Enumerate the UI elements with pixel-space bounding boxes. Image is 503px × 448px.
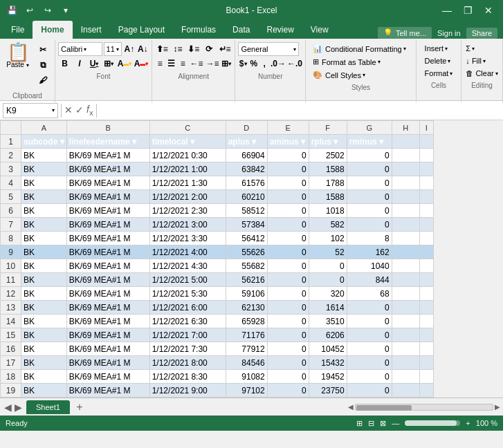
cell-h[interactable] (392, 273, 419, 287)
cell-b[interactable]: BK/69 MEA#1 M (66, 273, 149, 287)
cell-a[interactable]: BK (21, 204, 67, 218)
cell-h1[interactable] (392, 135, 419, 149)
cell-g[interactable]: 68 (347, 287, 392, 301)
scroll-right-icon[interactable]: ▶ (495, 403, 500, 411)
cell-h[interactable] (392, 301, 419, 315)
row-number[interactable]: 12 (1, 287, 21, 301)
cell-b[interactable]: BK/69 MEA#1 M (66, 328, 149, 342)
cell-a[interactable]: BK (21, 232, 67, 245)
cell-i[interactable] (419, 384, 433, 398)
cell-d[interactable]: 61576 (226, 176, 267, 190)
save-icon[interactable]: 💾 (6, 4, 18, 17)
align-bottom-button[interactable]: ⬇≡ (186, 42, 201, 56)
tell-me-box[interactable]: 💡 Tell me... (378, 27, 432, 39)
col-header-e[interactable]: E (267, 121, 309, 135)
col-header-b[interactable]: B (66, 121, 149, 135)
fill-color-button[interactable]: A▬▾ (117, 57, 132, 71)
cell-g[interactable]: 0 (347, 370, 392, 384)
accounting-format-button[interactable]: $▾ (238, 57, 248, 71)
cell-h[interactable] (392, 149, 419, 162)
paste-button[interactable]: 📋 Paste ▾ (3, 41, 33, 91)
cell-a[interactable]: BK (21, 162, 67, 176)
cell-b[interactable]: BK/69 MEA#1 M (66, 342, 149, 356)
page-break-view-icon[interactable]: ⊠ (380, 419, 386, 428)
cell-g[interactable]: 0 (347, 190, 392, 204)
cell-b[interactable]: BK/69 MEA#1 M (66, 204, 149, 218)
format-as-table-button[interactable]: ⊞ Format as Table ▾ (309, 56, 413, 68)
cell-c[interactable]: 1/12/2021 8:00 (149, 356, 226, 370)
cell-f[interactable]: 23750 (309, 384, 347, 398)
cell-c[interactable]: 1/12/2021 6:00 (149, 301, 226, 315)
sheet-nav-next[interactable]: ▶ (15, 402, 22, 413)
undo-icon[interactable]: ↩ (24, 4, 36, 17)
tab-formulas[interactable]: Formulas (173, 21, 224, 39)
cell-i[interactable] (419, 245, 433, 259)
cell-e[interactable]: 0 (267, 162, 309, 176)
share-button[interactable]: Share (466, 28, 497, 39)
row-number[interactable]: 15 (1, 328, 21, 342)
cell-c[interactable]: 1/12/2021 5:30 (149, 287, 226, 301)
conditional-formatting-button[interactable]: 📊 Conditional Formatting ▾ (309, 43, 413, 55)
percent-button[interactable]: % (249, 57, 259, 71)
delete-cells-button[interactable]: Delete ▾ (421, 55, 457, 66)
cell-f[interactable]: 320 (309, 287, 347, 301)
horizontal-scrollbar[interactable] (355, 404, 493, 411)
cell-c[interactable]: 1/12/2021 1:30 (149, 176, 226, 190)
align-left-button[interactable]: ≡ (155, 57, 165, 71)
cell-c[interactable]: 1/12/2021 5:00 (149, 273, 226, 287)
row-number[interactable]: 9 (1, 245, 21, 259)
cell-e[interactable]: 0 (267, 245, 309, 259)
cell-f[interactable]: 15432 (309, 356, 347, 370)
cell-f[interactable]: 0 (309, 273, 347, 287)
formula-input[interactable] (100, 106, 500, 115)
cell-c[interactable]: 1/12/2021 4:00 (149, 245, 226, 259)
increase-decimal-button[interactable]: .0→ (271, 57, 286, 71)
cell-c[interactable]: 1/12/2021 0:30 (149, 149, 226, 162)
cell-a[interactable]: BK (21, 301, 67, 315)
cell-ref-dropdown[interactable]: ▾ (52, 107, 55, 113)
cell-i[interactable] (419, 259, 433, 273)
cell-i[interactable] (419, 273, 433, 287)
cell-a[interactable]: BK (21, 342, 67, 356)
underline-button[interactable]: U▾ (88, 57, 101, 71)
cell-g[interactable]: 0 (347, 356, 392, 370)
cell-h[interactable] (392, 328, 419, 342)
decrease-font-button[interactable]: A↓ (137, 42, 149, 56)
merge-center-button[interactable]: ⊞▾ (221, 57, 232, 71)
cell-a[interactable]: BK (21, 328, 67, 342)
cell-b[interactable]: BK/69 MEA#1 M (66, 287, 149, 301)
cell-i[interactable] (419, 370, 433, 384)
font-size-dropdown[interactable]: 11 ▾ (104, 42, 122, 56)
cell-f[interactable]: 0 (309, 259, 347, 273)
header-rplus[interactable]: rplus ▾ (309, 135, 347, 149)
col-header-h[interactable]: H (392, 121, 419, 135)
bold-button[interactable]: B (58, 57, 71, 71)
cell-a[interactable]: BK (21, 259, 67, 273)
cell-h[interactable] (392, 315, 419, 328)
format-painter-button[interactable]: 🖌 (35, 73, 51, 87)
cell-f[interactable]: 1018 (309, 204, 347, 218)
redo-icon[interactable]: ↪ (42, 4, 54, 17)
cell-a[interactable]: BK (21, 176, 67, 190)
cell-b[interactable]: BK/69 MEA#1 M (66, 190, 149, 204)
normal-view-icon[interactable]: ⊞ (356, 419, 363, 428)
header-subcode[interactable]: subcode ▾ (21, 135, 67, 149)
cell-b[interactable]: BK/69 MEA#1 M (66, 259, 149, 273)
cell-b[interactable]: BK/69 MEA#1 M (66, 162, 149, 176)
cell-d[interactable]: 56412 (226, 232, 267, 245)
cell-f[interactable]: 102 (309, 232, 347, 245)
cell-f[interactable]: 6206 (309, 328, 347, 342)
cell-e[interactable]: 0 (267, 342, 309, 356)
tab-view[interactable]: View (302, 21, 337, 39)
sheet-nav-prev[interactable]: ◀ (4, 402, 12, 413)
number-format-dropdown[interactable]: General ▾ (238, 42, 299, 56)
cell-a[interactable]: BK (21, 356, 67, 370)
cell-i[interactable] (419, 149, 433, 162)
cell-b[interactable]: BK/69 MEA#1 M (66, 245, 149, 259)
cell-i[interactable] (419, 218, 433, 232)
cell-b[interactable]: BK/69 MEA#1 M (66, 384, 149, 398)
cell-i[interactable] (419, 328, 433, 342)
zoom-out-icon[interactable]: — (392, 419, 399, 427)
border-button[interactable]: ⊞▾ (102, 57, 116, 71)
row-number[interactable]: 17 (1, 356, 21, 370)
